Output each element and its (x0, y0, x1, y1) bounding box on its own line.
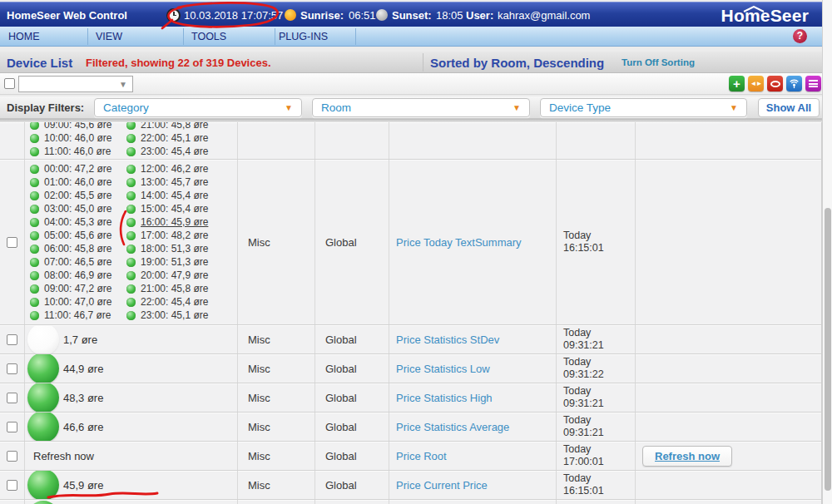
price-entry: 10:00: 47,0 øre (30, 295, 120, 309)
cell-room: Global (315, 354, 389, 383)
table-row: 45,9 øre Misc Global Price Current Price… (0, 471, 821, 500)
cell-floor: Misc (238, 325, 315, 353)
cell-room: Global (315, 383, 389, 412)
cell-floor (238, 122, 315, 159)
price-entry: 11:00: 46,7 øre (30, 309, 120, 322)
table-row-partial-bottom (0, 500, 821, 504)
show-all-button[interactable]: Show All (758, 98, 820, 117)
status-ball-icon (27, 471, 59, 499)
price-entry-text: 11:00: 46,7 øre (44, 309, 111, 321)
device-link[interactable]: Price Statistics StDev (396, 334, 499, 346)
menu-item-plugins[interactable]: PLUG-INS (279, 27, 328, 47)
device-link[interactable]: Price Statistics Average (396, 421, 509, 433)
device-type-filter-value: Device Type (549, 101, 611, 114)
status-dot-icon (30, 258, 39, 267)
sunrise-time: 06:51 (349, 2, 376, 27)
cell-last-change: Today09:31:21 (557, 383, 636, 412)
add-icon[interactable]: + (729, 76, 745, 91)
price-entry: 20:00: 47,9 øre (126, 269, 216, 282)
price-entry-text-underlined: 16:00: 45,9 øre (141, 216, 208, 228)
sunset-time: 18:05 (436, 2, 463, 27)
room-filter-dropdown[interactable]: Room ▼ (312, 98, 530, 117)
device-link[interactable]: Price Statistics High (396, 392, 493, 404)
cell-room (315, 122, 389, 159)
cell-status: 1,7 øre (25, 325, 238, 353)
status-dot-icon (30, 205, 39, 214)
status-dot-icon (126, 245, 136, 254)
row-checkbox[interactable] (7, 393, 17, 403)
row-checkbox[interactable] (7, 334, 17, 345)
price-entry-text: 12:00: 46,2 øre (141, 163, 208, 175)
vertical-scrollbar[interactable] (822, 0, 832, 504)
price-entry: 08:00: 46,9 øre (30, 269, 120, 282)
status-dot-icon (30, 122, 39, 130)
menu-item-home[interactable]: HOME (8, 27, 40, 47)
help-icon[interactable]: ? (793, 29, 807, 43)
price-entry-text: 18:00: 51,3 øre (141, 243, 208, 254)
cell-floor: Misc (238, 354, 315, 383)
device-link[interactable]: Price Statistics Low (396, 363, 490, 375)
row-checkbox[interactable] (7, 451, 17, 462)
menu-divider (87, 28, 88, 45)
price-entry: 11:00: 46,0 øre (30, 145, 120, 158)
status-dot-icon (126, 258, 136, 267)
filter-summary: Filtered, showing 22 of 319 Devices. (86, 52, 271, 73)
cell-control (636, 413, 821, 441)
menu-list-icon[interactable] (805, 76, 821, 91)
left-right-arrows-icon[interactable]: ◄► (748, 76, 764, 91)
price-entry-text: 00:00: 47,2 øre (44, 163, 111, 175)
cell-room: Global (315, 160, 389, 324)
cell-status: 48,3 øre (25, 383, 238, 412)
menu-divider (355, 28, 356, 45)
menu-item-view[interactable]: VIEW (96, 27, 122, 47)
cell-status: Refresh now (25, 442, 238, 470)
device-dropdown[interactable]: ▼ (18, 76, 133, 92)
turn-off-sorting-link[interactable]: Turn Off Sorting (622, 52, 695, 73)
oval-record-icon[interactable] (767, 76, 783, 91)
price-entry: 14:00: 45,4 øre (126, 189, 216, 202)
cell-checkbox (0, 122, 25, 159)
menu-divider (183, 28, 184, 45)
cell-checkbox (0, 383, 25, 412)
cell-control (636, 500, 821, 504)
price-entry: 21:00: 45,8 øre (126, 122, 216, 131)
row-checkbox[interactable] (7, 363, 17, 374)
app-header: HomeSeer Web Control 10.03.2018 17:07:57… (0, 2, 822, 27)
device-type-filter-dropdown[interactable]: Device Type ▼ (540, 98, 747, 117)
price-entry-text: 22:00: 45,1 øre (141, 132, 208, 144)
status-dot-icon (30, 245, 39, 254)
price-entry-text: 10:00: 46,0 øre (44, 132, 111, 144)
status-dot-icon (126, 147, 136, 156)
refresh-now-button[interactable]: Refresh now (642, 446, 732, 467)
device-link[interactable]: Price Current Price (396, 479, 488, 492)
scrollbar-thumb[interactable] (825, 208, 831, 491)
broadcast-icon[interactable] (786, 76, 802, 91)
chevron-down-icon: ▼ (513, 103, 521, 112)
price-entry: 09:00: 45,6 øre (30, 122, 120, 131)
row-checkbox[interactable] (7, 237, 17, 248)
device-link[interactable]: Price Today TextSummary (396, 236, 522, 249)
sunrise-label: Sunrise: (300, 2, 344, 27)
price-entry: 22:00: 45,1 øre (126, 131, 216, 145)
price-entry: 15:00: 45,4 øre (126, 202, 216, 215)
status-dot-icon (126, 122, 136, 130)
status-dot-icon (30, 191, 39, 200)
cell-control (636, 383, 821, 412)
menu-item-tools[interactable]: TOOLS (191, 27, 226, 47)
chevron-down-icon: ▼ (730, 103, 738, 112)
device-link[interactable]: Price Root (396, 450, 447, 462)
row-checkbox[interactable] (7, 480, 17, 491)
category-filter-value: Category (103, 101, 149, 114)
price-entry: 06:00: 45,8 øre (30, 242, 120, 255)
row-checkbox[interactable] (7, 422, 17, 432)
display-filters-bar: Display Filters: Category ▼ Room ▼ Devic… (0, 96, 822, 119)
category-filter-dropdown[interactable]: Category ▼ (94, 98, 302, 117)
user-email: kahrax@gmail.com (498, 2, 590, 27)
cell-name: Price Root (389, 442, 557, 470)
select-all-checkbox[interactable] (4, 78, 15, 89)
chevron-down-icon: ▼ (119, 80, 127, 89)
cell-checkbox (0, 325, 25, 353)
cell-room: Global (315, 471, 389, 499)
cell-name: Price Statistics StDev (389, 325, 557, 353)
price-entry-text: 06:00: 45,8 øre (44, 243, 111, 254)
